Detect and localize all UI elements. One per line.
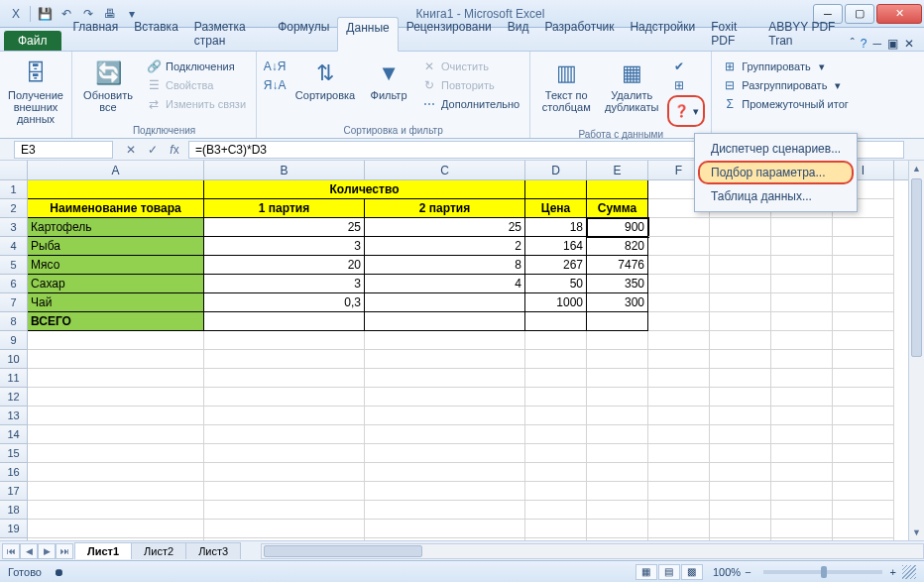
cell[interactable]: 50 xyxy=(525,275,587,293)
tab-рецензировани[interactable]: Рецензировани xyxy=(399,17,500,51)
cell[interactable]: 1 партия xyxy=(204,199,365,218)
cell[interactable]: 820 xyxy=(587,237,648,256)
cell[interactable] xyxy=(771,388,833,407)
cell[interactable] xyxy=(587,501,648,520)
cell[interactable] xyxy=(204,463,365,482)
first-sheet-button[interactable]: ⏮ xyxy=(2,543,20,559)
tab-вид[interactable]: Вид xyxy=(500,17,537,51)
tab-формулы[interactable]: Формулы xyxy=(270,17,337,51)
cell[interactable] xyxy=(771,275,833,293)
cell[interactable] xyxy=(204,331,365,350)
cell[interactable] xyxy=(648,520,710,538)
scroll-up-icon[interactable]: ▲ xyxy=(909,161,924,176)
close-button[interactable]: ✕ xyxy=(876,4,922,24)
cell[interactable] xyxy=(648,331,710,350)
cell[interactable] xyxy=(587,407,648,425)
cell[interactable] xyxy=(648,256,710,275)
cell[interactable] xyxy=(28,369,204,388)
cell[interactable]: Количество xyxy=(204,180,525,199)
cell[interactable] xyxy=(525,501,587,520)
cell[interactable] xyxy=(648,312,710,331)
cell[interactable] xyxy=(771,369,833,388)
row-header[interactable]: 7 xyxy=(0,293,28,312)
cell[interactable] xyxy=(771,407,833,425)
tab-данные[interactable]: Данные xyxy=(337,17,398,52)
cell[interactable] xyxy=(587,369,648,388)
cell[interactable] xyxy=(710,293,771,312)
prev-sheet-button[interactable]: ◀ xyxy=(20,543,38,559)
cell[interactable] xyxy=(833,312,894,331)
cell[interactable] xyxy=(587,482,648,501)
cell[interactable] xyxy=(710,463,771,482)
connections-button[interactable]: 🔗Подключения xyxy=(142,58,250,75)
cell[interactable] xyxy=(204,425,365,444)
filter-button[interactable]: ▼ Фильтр xyxy=(364,54,413,101)
get-external-data-button[interactable]: 🗄 Получение внешних данных xyxy=(6,54,65,125)
cell[interactable]: Цена xyxy=(525,199,587,218)
cell[interactable]: 300 xyxy=(587,293,648,312)
cell[interactable]: Мясо xyxy=(28,256,204,275)
tab-надстройки[interactable]: Надстройки xyxy=(622,17,703,51)
cell[interactable] xyxy=(204,350,365,369)
cell[interactable] xyxy=(833,388,894,407)
cancel-formula-icon[interactable]: ✕ xyxy=(121,141,141,159)
cell[interactable] xyxy=(710,520,771,538)
cell[interactable]: 164 xyxy=(525,237,587,256)
cell[interactable] xyxy=(587,520,648,538)
cell[interactable]: 1000 xyxy=(525,293,587,312)
cell[interactable] xyxy=(771,425,833,444)
advanced-filter-button[interactable]: ⋯Дополнительно xyxy=(417,95,523,113)
row-header[interactable]: 2 xyxy=(0,199,28,218)
cell[interactable] xyxy=(587,180,648,199)
horizontal-scrollbar[interactable] xyxy=(261,543,924,559)
tab-разметка стран[interactable]: Разметка стран xyxy=(186,17,270,51)
cell[interactable]: Картофель xyxy=(28,218,204,237)
cell[interactable] xyxy=(771,312,833,331)
cell[interactable] xyxy=(833,275,894,293)
cell[interactable] xyxy=(833,463,894,482)
cell[interactable] xyxy=(525,482,587,501)
cell[interactable] xyxy=(648,407,710,425)
column-header[interactable]: D xyxy=(525,161,587,179)
cell[interactable] xyxy=(365,293,525,312)
cell[interactable] xyxy=(833,520,894,538)
column-header[interactable]: E xyxy=(587,161,648,179)
cell[interactable] xyxy=(710,256,771,275)
data-validation-button[interactable]: ✔ xyxy=(667,58,705,75)
row-header[interactable]: 18 xyxy=(0,501,28,520)
cell[interactable] xyxy=(365,331,525,350)
cell[interactable] xyxy=(771,482,833,501)
resize-grip[interactable] xyxy=(902,565,916,579)
cell[interactable] xyxy=(648,444,710,463)
cell[interactable]: Чай xyxy=(28,293,204,312)
cell[interactable] xyxy=(833,482,894,501)
last-sheet-button[interactable]: ⏭ xyxy=(56,543,73,559)
cell[interactable] xyxy=(28,463,204,482)
fx-icon[interactable]: fx xyxy=(165,141,184,159)
cell[interactable] xyxy=(710,218,771,237)
cell[interactable] xyxy=(648,275,710,293)
consolidate-button[interactable]: ⊞ xyxy=(667,76,705,94)
scroll-down-icon[interactable]: ▼ xyxy=(909,524,924,540)
cell[interactable] xyxy=(587,312,648,331)
row-header[interactable]: 19 xyxy=(0,520,28,538)
cell[interactable] xyxy=(204,444,365,463)
subtotal-button[interactable]: ΣПромежуточный итог xyxy=(718,95,853,113)
row-header[interactable]: 6 xyxy=(0,275,28,293)
cell[interactable] xyxy=(365,425,525,444)
vertical-scrollbar[interactable]: ▲ ▼ xyxy=(908,161,924,540)
sort-asc-button[interactable]: А↓Я xyxy=(263,58,287,75)
zoom-in-button[interactable]: + xyxy=(890,566,896,578)
cell[interactable] xyxy=(365,501,525,520)
cell[interactable] xyxy=(365,463,525,482)
zoom-out-button[interactable]: − xyxy=(745,566,751,578)
cell[interactable] xyxy=(833,444,894,463)
cell[interactable] xyxy=(648,218,710,237)
cell[interactable] xyxy=(771,350,833,369)
cell[interactable] xyxy=(365,444,525,463)
row-header[interactable]: 3 xyxy=(0,218,28,237)
cell[interactable] xyxy=(710,407,771,425)
page-break-view-button[interactable]: ▩ xyxy=(681,564,703,580)
cell[interactable]: Сумма xyxy=(587,199,648,218)
column-header[interactable]: C xyxy=(365,161,525,179)
